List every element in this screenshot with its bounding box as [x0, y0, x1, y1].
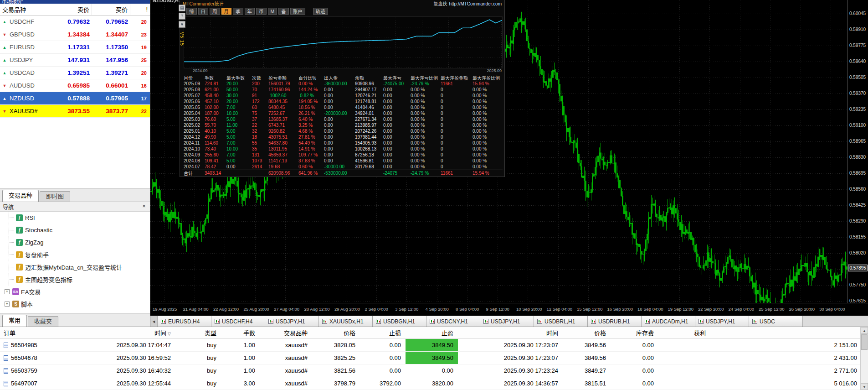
stats-menu-item[interactable]: 年	[245, 8, 255, 15]
navigator-tab[interactable]: 常用	[2, 315, 27, 327]
orders-column-header[interactable]: 止损	[360, 328, 406, 337]
stats-menu-item[interactable]: 季	[233, 8, 243, 15]
orders-column-header[interactable]: 价格	[563, 328, 611, 337]
order-id: 56503759	[11, 367, 37, 374]
chart-tool-button-2[interactable]: ∨	[179, 21, 185, 28]
navigator-tab[interactable]: 收藏夹	[28, 316, 58, 327]
market-watch-row[interactable]: ▼XAUUSD#3873.553873.7722	[0, 105, 150, 118]
order-swap-cell: 0.00	[611, 377, 658, 390]
time-axis-label: 22 Sep 20:00	[698, 307, 724, 312]
symbol-name: USDCHF	[10, 18, 34, 25]
market-watch-row[interactable]: ▲USDCAD1.392511.3927120	[0, 67, 150, 79]
stats-menu-item[interactable]: 综	[186, 8, 197, 15]
chart-tab[interactable]: USDJPY,H1	[265, 316, 319, 327]
mw-column-header[interactable]: !	[130, 4, 150, 15]
market-watch-row[interactable]: ▲USDCHF0.796320.7965220	[0, 16, 150, 28]
order-lots-cell: 1.00	[221, 352, 260, 364]
chart-tab[interactable]: USDCNY,H1	[426, 316, 480, 327]
orders-column-header[interactable]: 时间▽	[77, 328, 175, 337]
brand-url[interactable]: http://MTCommander.com	[449, 1, 502, 6]
stats-cell: 0.00 %	[411, 117, 441, 122]
orders-column-header[interactable]: 订单	[0, 328, 77, 337]
stats-cell: 5.00	[226, 117, 252, 122]
stats-header-cell: 最大浮亏比例	[411, 74, 441, 81]
stats-cell: 11661	[441, 81, 473, 86]
mw-column-header[interactable]: 卖价	[49, 4, 92, 15]
chart-tab[interactable]: AUDCADm,H1	[642, 316, 695, 327]
stats-cell: 621.00	[205, 87, 226, 92]
stats-menu-item[interactable]: 月	[221, 8, 232, 15]
orders-column-header[interactable]: 止盈	[406, 328, 458, 337]
chart-tab[interactable]: USDCHF,H4	[211, 316, 265, 327]
navigator-item[interactable]: +S脚本	[0, 298, 150, 310]
stats-cell: 120746.21	[355, 93, 383, 98]
stats-cell: 109.41	[205, 158, 226, 163]
navigator-item[interactable]: ƒ主图趋势变色指标	[0, 273, 150, 286]
market-watch-row[interactable]: ▲EURUSD1.173311.1735019	[0, 41, 150, 54]
chart-tab[interactable]: EURUSD,H4	[158, 316, 211, 327]
stats-cell: 0.00 %	[473, 164, 501, 169]
orders-column-header[interactable]: 获利	[658, 328, 868, 337]
scroll-down-icon[interactable]: ▼	[861, 383, 868, 390]
chart-tab[interactable]: USDBGN,H1	[373, 316, 426, 327]
orders-column-header[interactable]: 交易品种	[260, 328, 312, 337]
buy-price: 0.79652	[92, 18, 130, 25]
time-axis-label: 25 Aug 20:00	[244, 307, 269, 312]
stats-cell: -30000.00	[324, 164, 355, 169]
buy-price: 1.17350	[92, 44, 130, 51]
order-tp-cell: 3820.00	[406, 377, 458, 390]
scroll-up-icon[interactable]: ▲	[861, 327, 868, 334]
market-watch-row[interactable]: ▲USDJPY147.931147.95625	[0, 54, 150, 67]
stats-menu-item[interactable]: M	[268, 8, 277, 15]
stats-menu-item[interactable]: 日	[198, 8, 209, 15]
chart-tab[interactable]: USDJPY,H1	[480, 316, 534, 327]
navigator-item[interactable]: ƒRSI	[0, 212, 150, 224]
order-row[interactable]: 565037592025.09.30 16:40:32buy1.00xauusd…	[0, 364, 868, 377]
order-row[interactable]: 564970072025.09.30 12:55:44buy3.00xauusd…	[0, 377, 868, 390]
scroll-left-button[interactable]: ◄	[150, 316, 158, 327]
sell-price: 3873.55	[49, 108, 92, 114]
order-open-price-cell: 3828.05	[312, 339, 360, 351]
order-row[interactable]: 565046782025.09.30 16:59:52buy1.00xauusd…	[0, 352, 868, 364]
orders-column-header[interactable]: 价格	[312, 328, 360, 337]
scrollbar-thumb[interactable]	[861, 334, 868, 350]
chart-tab[interactable]: XAUUSDx,H1	[319, 316, 373, 327]
orders-column-header[interactable]: 库存费	[611, 328, 658, 337]
market-watch-row[interactable]: ▲NZDUSD0.578880.5790517	[0, 92, 150, 105]
chart-tool-button-1[interactable]: ?	[179, 13, 185, 20]
stats-menu-item[interactable]: 币	[256, 8, 267, 15]
chart-tool-button-0[interactable]: ▤	[179, 5, 185, 11]
stats-menu-item[interactable]: 周	[210, 8, 220, 15]
stats-menu-track[interactable]: 轨迹	[313, 8, 328, 15]
order-symbol-cell: xauusd#	[260, 339, 312, 351]
close-icon[interactable]: ×	[141, 203, 147, 210]
stats-menu-item[interactable]: 账户	[290, 8, 305, 15]
stats-menu-item[interactable]: 备	[278, 8, 289, 15]
market-watch-row[interactable]: ▼GBPUSD1.343841.3440723	[0, 28, 150, 41]
market-watch-row[interactable]: ▼AUDUSD0.659850.6600116	[0, 79, 150, 92]
orders-column-header[interactable]: 类型	[175, 328, 221, 337]
mw-column-header[interactable]: 买价	[92, 4, 130, 15]
chart-tab[interactable]: USDBRL,H1	[534, 316, 588, 327]
chart-tab[interactable]: USDC	[749, 316, 803, 327]
market-watch-tab[interactable]: 即时图	[40, 191, 70, 202]
navigator-item[interactable]: ƒ复盘助手	[0, 249, 150, 261]
orders-column-header[interactable]: 时间	[458, 328, 563, 337]
market-watch-tab[interactable]: 交易品种	[2, 190, 39, 202]
expand-icon[interactable]: +	[5, 289, 10, 294]
orders-column-header[interactable]: 手数	[221, 328, 260, 337]
order-row[interactable]: 565049852025.09.30 17:04:47buy1.00xauusd…	[0, 339, 868, 352]
navigator-item[interactable]: ƒZigZag	[0, 236, 150, 249]
chart-tab[interactable]: USDJPY,H1	[695, 316, 749, 327]
price-scale-label: 0.59370	[849, 91, 866, 96]
chart-area[interactable]: NZDUSD,H1 ▤?∨V5.15 0.600450.599100.59775…	[150, 0, 868, 316]
price-scale-label: 0.57750	[849, 282, 866, 287]
navigator-item[interactable]: ƒ迈汇数据MyfxData_cn_交易盈亏统计	[0, 261, 150, 273]
expand-icon[interactable]: +	[5, 302, 10, 307]
stats-cell: 90908.96	[355, 81, 383, 86]
orders-scrollbar[interactable]: ▲ ▼	[860, 327, 868, 390]
mw-column-header[interactable]: 交易品种	[0, 4, 49, 15]
navigator-item[interactable]: ƒStochastic	[0, 224, 150, 236]
navigator-item[interactable]: +EAEA交易	[0, 286, 150, 298]
chart-tab[interactable]: USDRUB,H1	[588, 316, 642, 327]
